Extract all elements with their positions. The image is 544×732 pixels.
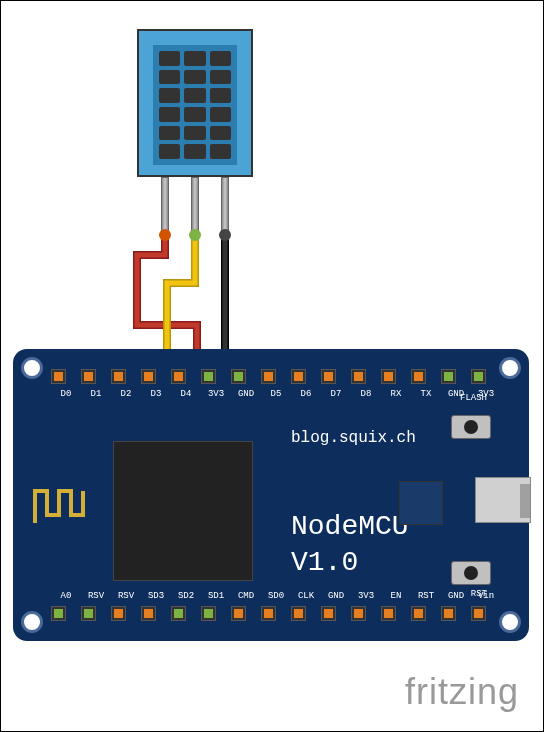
pin-label-3v3: 3V3 xyxy=(351,591,381,601)
pin-label-clk: CLK xyxy=(291,591,321,601)
pin-sd0 xyxy=(261,606,276,621)
pin-vin xyxy=(51,606,66,621)
pin-rsv xyxy=(441,606,456,621)
pin-label-rst: RST xyxy=(411,591,441,601)
pin-label-d3: D3 xyxy=(141,389,171,399)
usb-port xyxy=(475,477,531,523)
pin-label-rsv: RSV xyxy=(81,591,111,601)
pin-sd3 xyxy=(381,606,396,621)
pin-label-d8: D8 xyxy=(351,389,381,399)
pin-d8 xyxy=(351,369,366,384)
pin-d0 xyxy=(51,369,66,384)
fritzing-watermark: fritzing xyxy=(405,671,519,713)
mounting-hole xyxy=(21,611,43,633)
board-title-line2: V1.0 xyxy=(291,545,409,581)
pin-label-d5: D5 xyxy=(261,389,291,399)
pin-label-tx: TX xyxy=(411,389,441,399)
pin-d6 xyxy=(291,369,306,384)
dht-grille xyxy=(153,45,237,165)
usb-serial-chip xyxy=(399,481,443,525)
pin-label-sd2: SD2 xyxy=(171,591,201,601)
dht-pin-data xyxy=(191,177,199,235)
pin-d3 xyxy=(141,369,156,384)
dht-pin-vcc xyxy=(161,177,169,235)
pin-label-cmd: CMD xyxy=(231,591,261,601)
pin-label-d4: D4 xyxy=(171,389,201,399)
pin-label-gnd: GND xyxy=(441,591,471,601)
pin-rx xyxy=(381,369,396,384)
pin-label-en: EN xyxy=(381,591,411,601)
dht-pin-gnd xyxy=(221,177,229,235)
pin-label-rx: RX xyxy=(381,389,411,399)
pin-label-d7: D7 xyxy=(321,389,351,399)
pin-rsv xyxy=(411,606,426,621)
rst-label: RST xyxy=(471,589,487,599)
dht-sensor xyxy=(137,29,253,177)
pin-d1 xyxy=(81,369,96,384)
pin-en xyxy=(141,606,156,621)
pin-label-rsv: RSV xyxy=(111,591,141,601)
pin-clk xyxy=(231,606,246,621)
pin-d5 xyxy=(261,369,276,384)
pin-3v3 xyxy=(171,606,186,621)
pin-header-top xyxy=(51,369,500,384)
pin-3v3 xyxy=(201,369,216,384)
pin-cmd xyxy=(291,606,306,621)
pin-gnd xyxy=(201,606,216,621)
pin-label-sd0: SD0 xyxy=(261,591,291,601)
pin-label-d6: D6 xyxy=(291,389,321,399)
pin-sd1 xyxy=(321,606,336,621)
pin-label-d2: D2 xyxy=(111,389,141,399)
pin-d4 xyxy=(171,369,186,384)
pin-sd2 xyxy=(351,606,366,621)
pin-tx xyxy=(411,369,426,384)
antenna-icon xyxy=(33,473,93,533)
pin-label-gnd: GND xyxy=(321,591,351,601)
pin-label-gnd: GND xyxy=(231,389,261,399)
mounting-hole xyxy=(499,611,521,633)
board-title: NodeMCU V1.0 xyxy=(291,509,409,582)
blog-url: blog.squix.ch xyxy=(291,429,416,447)
mounting-hole xyxy=(21,357,43,379)
diagram-canvas: D0D1D2D3D43V3GNDD5D6D7D8RXTXGND3V3 VinGN… xyxy=(0,0,544,732)
pin-label-sd3: SD3 xyxy=(141,591,171,601)
pin-label-a0: A0 xyxy=(51,591,81,601)
pin-header-bottom xyxy=(51,606,500,621)
mounting-hole xyxy=(499,357,521,379)
pin-a0 xyxy=(471,606,486,621)
pin-labels-top: D0D1D2D3D43V3GNDD5D6D7D8RXTXGND3V3 xyxy=(51,389,501,399)
wires xyxy=(1,1,544,401)
pin-label-3v3: 3V3 xyxy=(201,389,231,399)
pin-d7 xyxy=(321,369,336,384)
esp8266-module xyxy=(113,441,253,581)
pin-3v3 xyxy=(471,369,486,384)
pin-label-d0: D0 xyxy=(51,389,81,399)
pin-gnd xyxy=(81,606,96,621)
board-title-line1: NodeMCU xyxy=(291,509,409,545)
nodemcu-board: D0D1D2D3D43V3GNDD5D6D7D8RXTXGND3V3 VinGN… xyxy=(13,349,529,641)
pin-rst xyxy=(111,606,126,621)
pin-label-d1: D1 xyxy=(81,389,111,399)
pin-labels-bottom: VinGNDRSTEN3V3GNDCLKSD0CMDSD1SD2SD3RSVRS… xyxy=(51,591,501,601)
pin-d2 xyxy=(111,369,126,384)
flash-button xyxy=(451,415,491,439)
rst-button xyxy=(451,561,491,585)
flash-label: FLASH xyxy=(460,393,487,403)
pin-label-sd1: SD1 xyxy=(201,591,231,601)
pin-gnd xyxy=(231,369,246,384)
pin-gnd xyxy=(441,369,456,384)
